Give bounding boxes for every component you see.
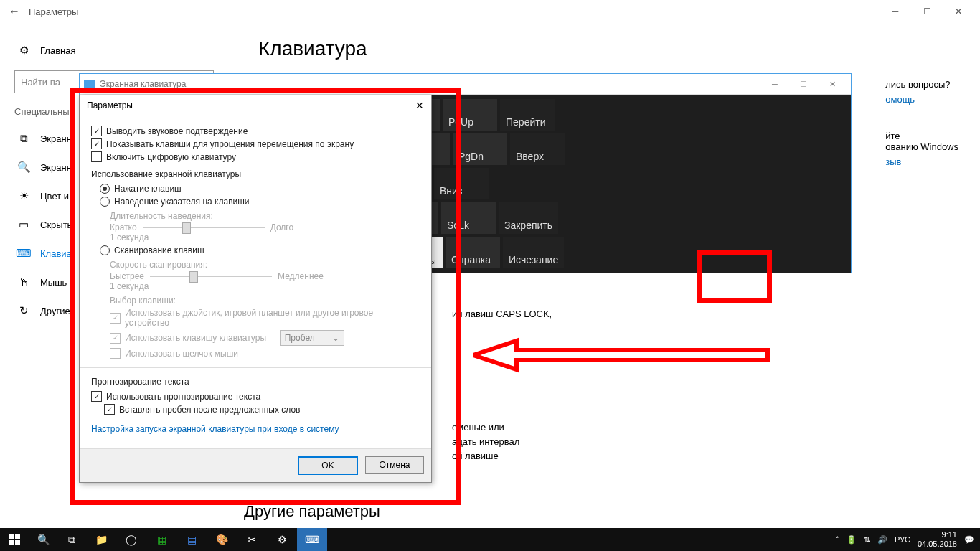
osk-key[interactable]: PgDn [453, 133, 507, 165]
chk-label: Использовать прогнозирование текста [106, 392, 260, 402]
chk-label: Использовать джойстик, игровой планшет и… [125, 308, 420, 328]
chk-joystick: ✓Использовать джойстик, игровой планшет … [110, 308, 420, 328]
ok-button[interactable]: OK [298, 456, 358, 475]
sidebar-item-label: Другие [40, 306, 70, 316]
cancel-button[interactable]: Отмена [365, 456, 424, 474]
dialog-close-button[interactable]: ✕ [415, 100, 424, 111]
slider-left: Кратко [110, 222, 137, 232]
chk-showkeys[interactable]: ✓Показывать клавиши для упрощения переме… [91, 138, 420, 149]
chk-label: Вставлять пробел после предложенных слов [119, 405, 300, 415]
tray-chevron-icon[interactable]: ˄ [835, 535, 839, 545]
osk-key[interactable]: Исчезание [503, 237, 564, 268]
dialog-titlebar[interactable]: Параметры ✕ [80, 95, 431, 116]
taskbar-app-word[interactable]: ▤ [176, 528, 207, 551]
slider-right: Долго [270, 222, 293, 232]
win-line2: ованию Windows [885, 141, 958, 152]
chk-sound[interactable]: ✓Выводить звуковое подтверждение [91, 126, 420, 136]
feedback-link[interactable]: зыв [885, 156, 958, 167]
clock-time: 9:11 [918, 530, 957, 540]
screen-icon: ⧉ [17, 132, 30, 145]
keyboard-icon [84, 80, 95, 88]
slider-right: Медленнее [278, 271, 324, 281]
sidebar-item-label: Мышь [40, 277, 67, 288]
minimize-button[interactable]: ─ [880, 0, 911, 23]
radio-label: Сканирование клавиш [114, 245, 204, 255]
radio-hover[interactable]: Наведение указателя на клавиши [100, 197, 420, 207]
tray-volume-icon[interactable]: 🔊 [877, 535, 887, 545]
scan-slider: Быстрее Медленнее [110, 271, 420, 281]
dialog-buttons: OK Отмена [80, 448, 431, 482]
svg-rect-4 [15, 540, 20, 545]
taskbar-app-settings[interactable]: ⚙ [267, 528, 297, 551]
start-button[interactable] [0, 528, 29, 551]
osk-key[interactable]: Вниз [434, 168, 489, 199]
options-dialog: Параметры ✕ ✓Выводить звуковое подтвержд… [79, 95, 432, 483]
settings-titlebar: ← Параметры ─ ☐ ✕ [0, 0, 980, 23]
sidebar-item-label: Экранн [40, 162, 72, 173]
search-placeholder: Найти па [21, 77, 60, 88]
svg-rect-1 [9, 534, 14, 539]
svg-rect-3 [9, 540, 14, 545]
osk-minimize[interactable]: ─ [760, 74, 789, 94]
tray-lang[interactable]: РУС [895, 535, 910, 544]
taskbar-app-osk[interactable]: ⌨ [297, 528, 327, 551]
tray-battery-icon[interactable]: 🔋 [847, 535, 857, 545]
settings-title: Параметры [29, 6, 78, 17]
taskbar-app-chrome[interactable]: ◯ [116, 528, 146, 551]
osk-maximize[interactable]: ☐ [789, 74, 818, 94]
page-title: Клавиатура [258, 37, 980, 60]
body-text-lines: еменые или адать интервал ой лавише [452, 420, 519, 463]
help-link[interactable]: омощь [885, 94, 958, 105]
maximize-button[interactable]: ☐ [911, 0, 943, 23]
taskview-button[interactable]: ⧉ [57, 528, 86, 551]
sidebar-item-label: Клавиа [40, 248, 72, 259]
osk-key[interactable]: Справка [446, 237, 500, 268]
right-links: лись вопросы? омощь йте ованию Windows з… [885, 79, 958, 171]
taskbar-app-explorer[interactable]: 📁 [86, 528, 116, 551]
osk-titlebar[interactable]: Экранная клавиатура ─ ☐ ✕ [80, 74, 851, 95]
taskbar-app-paint[interactable]: 🎨 [207, 528, 237, 551]
chk-label: Использовать клавишу клавиатуры [125, 333, 266, 343]
chk-usekey: ✓Использовать клавишу клавиатуры Пробел⌄ [110, 330, 420, 346]
group-predict: Прогнозирование текста [91, 377, 420, 387]
tray-clock[interactable]: 9:11 04.05.2018 [918, 530, 957, 549]
back-button[interactable]: ← [6, 5, 23, 18]
chk-mouseclick: Использовать щелчок мыши [110, 348, 420, 359]
radio-label: Нажатие клавиш [114, 184, 182, 194]
radio-scan[interactable]: Сканирование клавиш [100, 245, 420, 255]
keyboard-icon: ⌨ [17, 247, 30, 260]
sidebar-item-label: Экранн [40, 133, 72, 144]
clock-date: 04.05.2018 [918, 540, 957, 549]
taskbar-app-snip[interactable]: ✂ [237, 528, 267, 551]
osk-key[interactable]: Вверх [510, 133, 565, 165]
brightness-icon: ☀ [17, 189, 30, 202]
osk-key[interactable]: PgUp [443, 99, 497, 131]
combo-value: Пробел [285, 333, 315, 343]
search-button[interactable]: 🔍 [29, 528, 57, 551]
hover-duration-label: Длительность наведения: [110, 211, 420, 221]
svg-rect-2 [15, 534, 20, 539]
chk-predict[interactable]: ✓Использовать прогнозирование текста [91, 391, 420, 402]
chk-space-after[interactable]: ✓Вставлять пробел после предложенных сло… [104, 404, 420, 415]
startup-config-link[interactable]: Настройка запуска экранной клавиатуры пр… [91, 424, 339, 434]
sidebar-home[interactable]: ⚙ Главная [14, 36, 244, 65]
osk-key[interactable]: Закрепить [499, 202, 558, 234]
body-text-caps: ии лавиш CAPS LOCK, [452, 307, 552, 321]
tray-notifications-icon[interactable]: 💬 [964, 535, 974, 545]
radio-label: Наведение указателя на клавиши [114, 197, 250, 207]
window-controls: ─ ☐ ✕ [880, 0, 974, 23]
system-tray: ˄ 🔋 ⇅ 🔊 РУС 9:11 04.05.2018 💬 [835, 530, 980, 549]
taskbar-app-excel[interactable]: ▦ [146, 528, 176, 551]
osk-close[interactable]: ✕ [818, 74, 847, 94]
osk-key[interactable]: Перейти [500, 99, 555, 131]
group-usage: Использование экранной клавиатуры [91, 169, 420, 179]
sidebar-label: Главная [40, 45, 75, 56]
chk-numpad[interactable]: Включить цифровую клавиатуру [91, 151, 420, 162]
close-button[interactable]: ✕ [943, 0, 974, 23]
chk-label: Включить цифровую клавиатуру [106, 152, 236, 162]
radio-click[interactable]: Нажатие клавиш [100, 184, 420, 194]
tray-network-icon[interactable]: ⇅ [864, 535, 870, 545]
scan-speed-label: Скорость сканирования: [110, 260, 420, 270]
osk-key[interactable]: ScLk [441, 202, 496, 234]
txt: адать интервал [452, 436, 519, 447]
